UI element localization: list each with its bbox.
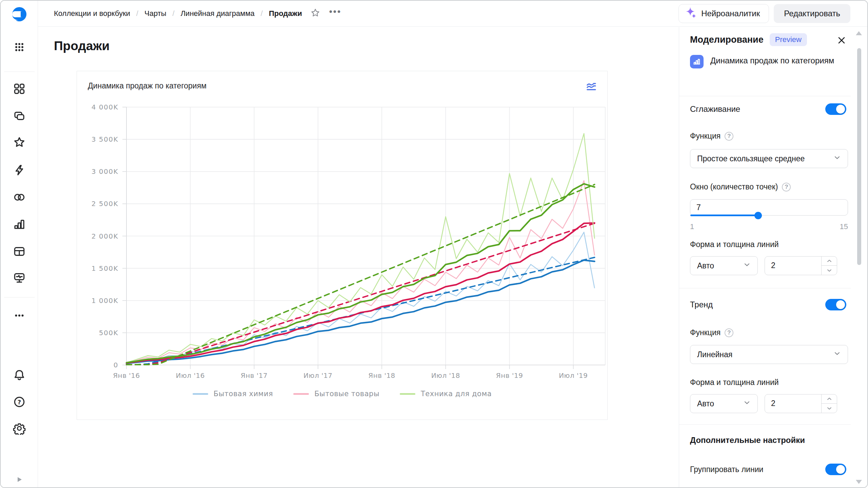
scroll-down-icon[interactable] — [856, 480, 862, 484]
smoothing-function-select[interactable]: Простое скользящее среднее — [690, 149, 848, 168]
group-lines-row: Группировать линии — [690, 464, 846, 475]
more-actions-icon[interactable]: ••• — [329, 10, 341, 17]
smoothing-function-value: Простое скользящее среднее — [697, 154, 805, 163]
group-lines-toggle[interactable] — [825, 464, 846, 475]
breadcrumb-line-chart[interactable]: Линейная диаграмма — [181, 9, 255, 18]
breadcrumb-current: Продажи — [269, 9, 302, 18]
help-icon[interactable]: ? — [13, 395, 26, 408]
notifications-bell-icon[interactable] — [13, 368, 26, 381]
chart-legend: Бытовая химияБытовые товарыТехника для д… — [77, 390, 607, 398]
sidebar-item-connections-icon[interactable] — [13, 164, 26, 177]
svg-text:1 000K: 1 000K — [92, 297, 118, 305]
svg-text:Янв '19: Янв '19 — [496, 371, 523, 380]
modeling-panel: Моделирование Preview Динамика продаж по… — [679, 27, 867, 487]
stepper-down-icon[interactable] — [822, 404, 837, 413]
sidebar-more-icon[interactable] — [13, 309, 26, 322]
svg-text:Июл '17: Июл '17 — [303, 371, 332, 380]
group-lines-label: Группировать линии — [690, 465, 763, 474]
close-icon[interactable] — [836, 35, 847, 46]
sidebar-item-datasets-icon[interactable] — [13, 191, 26, 204]
svg-text:Июл '19: Июл '19 — [559, 371, 588, 380]
sidebar-item-collections-icon[interactable] — [13, 82, 26, 95]
help-question-icon[interactable]: ? — [725, 132, 733, 141]
bar-chart-icon — [690, 55, 704, 68]
sidebar-item-dashboards-icon[interactable] — [13, 245, 26, 258]
favorite-star-icon[interactable] — [310, 8, 320, 19]
window-slider-input[interactable]: 7 — [690, 199, 848, 216]
trend-shape-value: Авто — [697, 399, 714, 408]
legend-item[interactable]: Бытовые товары — [293, 390, 379, 398]
legend-swatch — [193, 393, 208, 395]
chevron-down-icon — [743, 399, 751, 408]
edit-label: Редактировать — [784, 9, 840, 18]
smoothing-label: Сглаживание — [690, 104, 740, 114]
chart-reference-item[interactable]: Динамика продаж по категориям — [690, 55, 844, 68]
settings-gear-icon[interactable] — [13, 422, 26, 435]
svg-text:3 000K: 3 000K — [92, 167, 118, 176]
stepper-up-icon[interactable] — [822, 394, 837, 404]
svg-text:1 500K: 1 500K — [92, 264, 118, 272]
edit-button[interactable]: Редактировать — [774, 4, 850, 23]
function-label: Функция — [690, 131, 721, 141]
smoothing-toggle[interactable] — [825, 103, 846, 115]
trend-thickness-stepper[interactable]: 2 — [765, 394, 837, 413]
slider-min: 1 — [690, 222, 694, 231]
sidebar-item-charts-icon[interactable] — [13, 218, 26, 231]
breadcrumb-collections[interactable]: Коллекции и воркбуки — [54, 9, 130, 18]
breadcrumb-separator: / — [173, 9, 175, 18]
trend-toggle[interactable] — [825, 299, 846, 310]
smoothing-shape-value: Авто — [697, 261, 714, 270]
panel-title: Моделирование — [690, 35, 764, 45]
legend-item[interactable]: Техника для дома — [400, 390, 492, 398]
shape-label: Форма и толщина линий — [690, 378, 779, 387]
line-chart-plot[interactable]: 0500K1 000K1 500K2 000K2 500K3 000K3 500… — [77, 71, 608, 420]
datalens-logo[interactable] — [12, 6, 27, 22]
legend-swatch — [400, 393, 415, 395]
help-question-icon[interactable]: ? — [725, 328, 733, 337]
sidebar-divider — [4, 72, 35, 72]
legend-label: Техника для дома — [421, 390, 492, 398]
trend-label: Тренд — [690, 300, 713, 309]
chart-reference-label: Динамика продаж по категориям — [710, 55, 834, 68]
sidebar-expand-icon[interactable] — [15, 475, 24, 484]
smoothing-thickness-value: 2 — [771, 261, 775, 270]
svg-text:Июл '18: Июл '18 — [431, 371, 460, 380]
svg-text:Янв '17: Янв '17 — [241, 371, 268, 380]
trend-function-value: Линейная — [697, 350, 732, 359]
sidebar-item-monitoring-icon[interactable] — [13, 271, 26, 284]
smoothing-shape-select[interactable]: Авто — [690, 256, 758, 275]
svg-text:0: 0 — [114, 361, 118, 369]
legend-item[interactable]: Бытовая химия — [193, 390, 273, 398]
stepper-up-icon[interactable] — [822, 257, 837, 266]
trend-shape-select[interactable]: Авто — [690, 394, 758, 413]
smoothing-thickness-stepper[interactable]: 2 — [765, 256, 837, 275]
svg-text:4 000K: 4 000K — [92, 103, 118, 111]
chevron-down-icon — [833, 154, 841, 163]
svg-text:Июл '16: Июл '16 — [176, 371, 205, 380]
panel-scrollbar[interactable] — [857, 48, 861, 265]
sidebar: ? — [1, 1, 38, 487]
svg-text:Янв '18: Янв '18 — [368, 371, 395, 380]
apps-grid-icon[interactable] — [13, 41, 26, 54]
breadcrumb-separator: / — [136, 9, 138, 18]
breadcrumb-separator: / — [261, 9, 263, 18]
slider-fill — [690, 215, 758, 216]
help-question-icon[interactable]: ? — [782, 183, 791, 191]
sidebar-item-workbooks-icon[interactable] — [13, 109, 26, 122]
slider-minmax: 1 15 — [690, 222, 848, 231]
neuroanalyst-button[interactable]: Нейроаналитик — [678, 4, 769, 23]
stepper-down-icon[interactable] — [822, 266, 837, 275]
trend-function-label-row: Функция ? — [690, 328, 733, 337]
trend-function-select[interactable]: Линейная — [690, 345, 848, 364]
trend-shape-label-row: Форма и толщина линий — [690, 378, 779, 387]
window-label: Окно (количество точек) — [690, 182, 778, 191]
trend-row: Тренд — [690, 299, 846, 310]
slider-thumb[interactable] — [754, 212, 762, 219]
smoothing-function-label-row: Функция ? — [690, 131, 733, 141]
svg-text:Янв '16: Янв '16 — [113, 371, 140, 380]
svg-text:2 500K: 2 500K — [92, 200, 118, 208]
breadcrumb-charts[interactable]: Чарты — [144, 9, 166, 18]
slider-max: 15 — [840, 222, 848, 231]
sidebar-item-favorites-icon[interactable] — [13, 136, 26, 149]
scroll-up-icon[interactable] — [856, 31, 862, 35]
